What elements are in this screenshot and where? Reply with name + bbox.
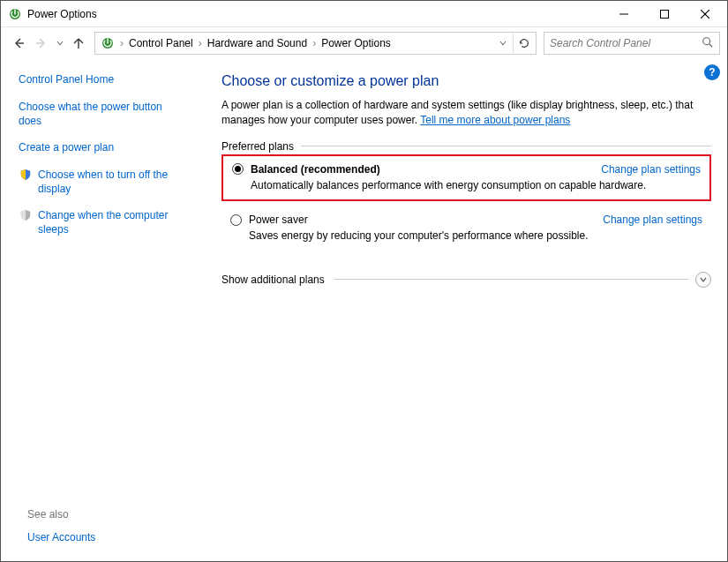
minimize-button[interactable] — [604, 1, 644, 27]
breadcrumb-item[interactable]: Control Panel — [125, 37, 197, 49]
forward-button[interactable] — [31, 33, 52, 54]
plan-name[interactable]: Balanced (recommended) — [251, 163, 601, 176]
sidebar-link-create-plan[interactable]: Create a power plan — [19, 140, 177, 154]
expand-chevron-icon[interactable] — [695, 272, 711, 288]
see-also-label: See also — [19, 508, 177, 521]
address-dropdown[interactable] — [495, 34, 511, 53]
sidebar-link-power-button[interactable]: Choose what the power button does — [19, 100, 177, 128]
svg-point-8 — [703, 37, 710, 44]
power-options-icon — [99, 34, 116, 52]
show-additional-label: Show additional plans — [221, 274, 334, 286]
nav-toolbar: › Control Panel › Hardware and Sound › P… — [1, 27, 727, 59]
sidebar-link-display-off[interactable]: Choose when to turn off the display — [38, 168, 177, 196]
main-panel: ? Choose or customize a power plan A pow… — [186, 59, 727, 561]
plan-power-saver: Power saver Change plan settings Saves e… — [221, 206, 711, 251]
change-plan-settings-link[interactable]: Change plan settings — [601, 163, 701, 176]
preferred-plans-label: Preferred plans — [221, 140, 711, 153]
window-title: Power Options — [27, 8, 604, 20]
change-plan-settings-link[interactable]: Change plan settings — [603, 214, 702, 226]
maximize-button[interactable] — [644, 1, 685, 27]
plan-description: Automatically balances performance with … — [251, 179, 701, 193]
page-heading: Choose or customize a power plan — [221, 73, 711, 89]
control-panel-home-link[interactable]: Control Panel Home — [19, 73, 177, 86]
plan-balanced: Balanced (recommended) Change plan setti… — [221, 154, 711, 202]
tell-me-more-link[interactable]: Tell me more about power plans — [420, 114, 570, 126]
plan-description: Saves energy by reducing your computer's… — [249, 229, 702, 244]
chevron-right-icon: › — [311, 37, 318, 49]
svg-line-9 — [709, 43, 713, 47]
breadcrumb: Control Panel › Hardware and Sound › Pow… — [125, 37, 495, 49]
title-bar: Power Options — [1, 1, 727, 27]
show-additional-plans[interactable]: Show additional plans — [221, 272, 711, 288]
chevron-right-icon: › — [118, 37, 125, 49]
plan-radio-balanced[interactable] — [232, 163, 244, 175]
breadcrumb-item[interactable]: Power Options — [318, 37, 394, 49]
see-also-user-accounts[interactable]: User Accounts — [19, 531, 177, 543]
refresh-button[interactable] — [513, 34, 534, 53]
close-button[interactable] — [685, 1, 725, 27]
search-icon — [702, 36, 714, 51]
plan-radio-power-saver[interactable] — [230, 214, 242, 226]
shield-icon — [19, 168, 33, 182]
search-box[interactable] — [544, 32, 720, 55]
address-bar[interactable]: › Control Panel › Hardware and Sound › P… — [94, 32, 537, 55]
window-controls — [604, 1, 725, 27]
page-description: A power plan is a collection of hardware… — [221, 98, 711, 128]
sidebar-link-sleep[interactable]: Change when the computer sleeps — [38, 208, 177, 236]
power-options-icon — [8, 7, 22, 21]
chevron-right-icon: › — [197, 37, 204, 49]
content-area: Control Panel Home Choose what the power… — [1, 59, 727, 561]
sidebar: Control Panel Home Choose what the power… — [1, 59, 186, 561]
recent-locations-dropdown[interactable] — [54, 33, 66, 54]
search-input[interactable] — [550, 37, 702, 49]
plan-name[interactable]: Power saver — [249, 214, 603, 226]
back-button[interactable] — [8, 33, 29, 54]
shield-icon — [19, 208, 33, 222]
svg-rect-2 — [661, 10, 669, 18]
up-button[interactable] — [68, 33, 89, 54]
help-icon[interactable]: ? — [704, 64, 720, 80]
breadcrumb-item[interactable]: Hardware and Sound — [204, 37, 311, 49]
